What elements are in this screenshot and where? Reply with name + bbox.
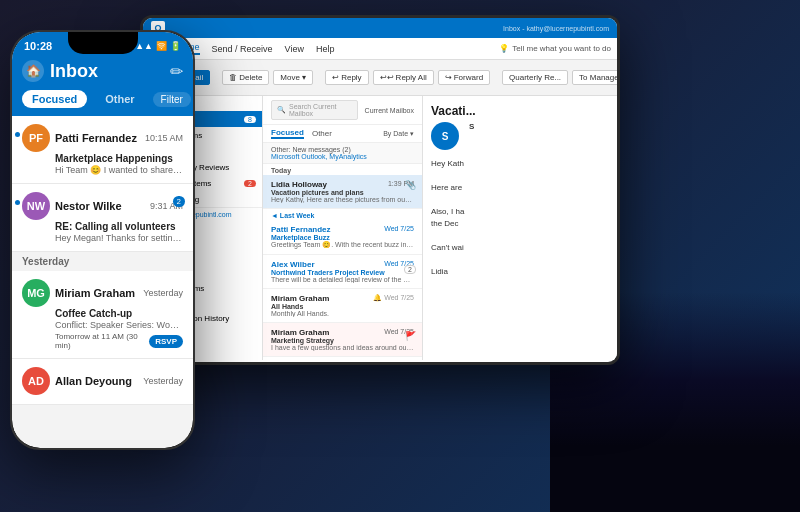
phone-notch	[68, 32, 138, 54]
body-line: Lidia	[431, 266, 609, 278]
phone-email-header: NW Nestor Wilke 9:31 AM	[22, 192, 183, 220]
reply-all-btn[interactable]: ↩↩ Reply All	[373, 70, 434, 85]
email-preview: Greetings Team 😊. With the recent buzz i…	[271, 241, 414, 249]
email-list-header: 🔍 Search Current Mailbox Current Mailbox	[263, 96, 422, 125]
avatar: MG	[22, 279, 50, 307]
phone-tab-other[interactable]: Other	[95, 90, 144, 108]
email-preview: I have a few questions and ideas around …	[271, 344, 414, 351]
sender-row: AD Allan Deyoung	[22, 367, 132, 395]
phone-subject: Coffee Catch-up	[55, 308, 183, 319]
move-btn[interactable]: Move ▾	[273, 70, 313, 85]
email-row-alex[interactable]: Alex Wilber Wed 7/25 Northwind Traders P…	[263, 255, 422, 289]
phone-email-item[interactable]: AD Allan Deyoung Yesterday	[12, 359, 193, 405]
forward-label: Forward	[454, 73, 483, 82]
phone-email-item[interactable]: PF Patti Fernandez 10:15 AM Marketplace …	[12, 116, 193, 184]
phone-preview: Hey Megan! Thanks for setting this up — …	[55, 233, 183, 243]
phone-inbox-icon: 🏠	[22, 60, 44, 82]
search-box[interactable]: 🔍 Search Current Mailbox	[271, 100, 358, 120]
email-row-top: Miriam Graham Wed 7/25	[271, 328, 414, 337]
phone-subject: Marketplace Happenings	[55, 153, 183, 164]
email-row-miriam-ah[interactable]: Miriam Graham 🔔 Wed 7/25 All Hands Month…	[263, 289, 422, 323]
unread-dot	[15, 200, 20, 205]
reading-body: Hey Kath Here are Also, I ha the Dec Can…	[431, 158, 609, 278]
search-icon: 🔍	[277, 106, 286, 114]
reply-icon: ↩	[332, 73, 339, 82]
phone-section-header: Yesterday	[12, 252, 193, 271]
delete-label: Delete	[239, 73, 262, 82]
quarterly-btn[interactable]: Quarterly Re...	[502, 70, 568, 85]
phone-email-item[interactable]: NW Nestor Wilke 9:31 AM RE: Calling all …	[12, 184, 193, 252]
flag-icon: 🚩	[405, 331, 416, 341]
phone-tomorrow-row: Tomorrow at 11 AM (30 min) RSVP	[55, 332, 183, 350]
menu-view[interactable]: View	[285, 44, 304, 54]
email-row-patti[interactable]: Patti Fernandez Wed 7/25 Marketplace Buz…	[263, 220, 422, 255]
email-date: Wed 7/25	[384, 225, 414, 232]
phone-email-header: MG Miriam Graham Yesterday	[22, 279, 183, 307]
delete-btn[interactable]: 🗑 Delete	[222, 70, 269, 85]
phone-title: Inbox	[50, 61, 98, 82]
reading-avatar: S	[431, 122, 459, 150]
email-badge: 2	[404, 265, 416, 274]
phone-device: 10:28 ▲▲▲ 🛜 🔋 🏠 Inbox ✏ Focused Other Fi…	[10, 30, 195, 450]
email-sender: Lidia Holloway	[271, 180, 327, 189]
email-row-lidia[interactable]: Lidia Holloway 1:39 PM Vacation pictures…	[263, 175, 422, 209]
tab-focused[interactable]: Focused	[271, 128, 304, 139]
phone-header: 🏠 Inbox ✏	[12, 55, 193, 90]
section-last-week: ◄ Last Week	[263, 209, 422, 220]
to-manager-label: To Manager	[579, 73, 617, 82]
tablet-device: O Inbox - kathy@lucernepubintl.com File …	[140, 15, 620, 365]
reading-header: S S	[431, 122, 609, 154]
phone-compose-icon[interactable]: ✏	[170, 62, 183, 81]
menu-tell-bar[interactable]: 💡 Tell me what you want to do	[499, 44, 611, 53]
outlook-menubar: File Home Send / Receive View Help 💡 Tel…	[143, 38, 617, 60]
email-sender: Patti Fernandez	[271, 225, 331, 234]
phone-subject: RE: Calling all volunteers	[55, 221, 183, 232]
outlook-ribbon: ✉ New Email 🗑 Delete Move ▾ ↩ Reply ↩↩ R…	[143, 60, 617, 96]
email-row-miriam-ms[interactable]: Miriam Graham Wed 7/25 Marketing Strateg…	[263, 323, 422, 357]
reading-pane: Vacati... S S Hey Kath Here are Also, I …	[423, 96, 617, 360]
battery-icon: 🔋	[170, 41, 181, 51]
email-row-top: Patti Fernandez Wed 7/25	[271, 225, 414, 234]
body-line: Can't wai	[431, 242, 609, 254]
by-date-label: By Date ▾	[383, 130, 414, 138]
body-line: the Dec	[431, 218, 609, 230]
body-line: Also, I ha	[431, 206, 609, 218]
deleted-count: 2	[244, 180, 256, 187]
phone-rsvp-btn[interactable]: RSVP	[149, 335, 183, 348]
email-row-top: Miriam Graham 🔔 Wed 7/25	[271, 294, 414, 303]
phone-email-list: PF Patti Fernandez 10:15 AM Marketplace …	[12, 116, 193, 405]
phone-badge: 2	[173, 196, 185, 207]
forward-btn[interactable]: ↪ Forward	[438, 70, 490, 85]
email-row-debra[interactable]: Debra Berger Wed 7/25 📎 Time off Just ta…	[263, 357, 422, 360]
phone-email-time: Yesterday	[143, 376, 183, 386]
body-line: Hey Kath	[431, 158, 609, 170]
menu-help[interactable]: Help	[316, 44, 335, 54]
sender-row: NW Nestor Wilke	[22, 192, 122, 220]
menu-send-receive[interactable]: Send / Receive	[212, 44, 273, 54]
phone-filter-btn[interactable]: Filter	[153, 92, 191, 107]
quarterly-label: Quarterly Re...	[509, 73, 561, 82]
email-subject: Marketing Strategy	[271, 337, 414, 344]
inbox-count: 8	[244, 116, 256, 123]
phone-tab-focused[interactable]: Focused	[22, 90, 87, 108]
phone-sender: Allan Deyoung	[55, 375, 132, 387]
phone-header-left: 🏠 Inbox	[22, 60, 98, 82]
forward-icon: ↪	[445, 73, 452, 82]
sender-row: MG Miriam Graham	[22, 279, 135, 307]
email-preview: Monthly All Hands.	[271, 310, 414, 317]
reply-btn[interactable]: ↩ Reply	[325, 70, 368, 85]
to-manager-btn[interactable]: To Manager	[572, 70, 617, 85]
reading-title: Vacati...	[431, 104, 609, 118]
inbox-label: Inbox - kathy@lucernepubintl.com	[503, 25, 609, 32]
other-notification-apps: Microsoft Outlook, MyAnalytics	[271, 153, 367, 160]
phone-sender: Nestor Wilke	[55, 200, 122, 212]
phone-email-item[interactable]: MG Miriam Graham Yesterday Coffee Catch-…	[12, 271, 193, 359]
unread-dot	[15, 132, 20, 137]
tab-other[interactable]: Other	[312, 129, 332, 138]
email-tabs-row: Focused Other By Date ▾	[263, 125, 422, 143]
avatar: NW	[22, 192, 50, 220]
phone-sender: Patti Fernandez	[55, 132, 137, 144]
section-today: Today	[263, 164, 422, 175]
sender-row: PF Patti Fernandez	[22, 124, 137, 152]
email-preview: Hey Kathy, Here are these pictures from …	[271, 196, 414, 203]
